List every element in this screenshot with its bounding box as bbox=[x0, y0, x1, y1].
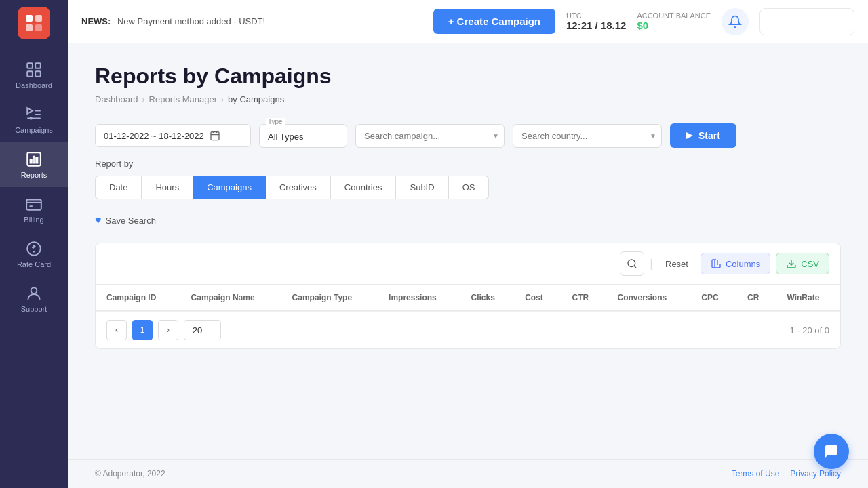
page-title: Reports by Campaigns bbox=[95, 64, 841, 89]
page-content: Reports by Campaigns Dashboard › Reports… bbox=[68, 43, 868, 459]
utc-label: UTC bbox=[566, 12, 582, 20]
tab-date[interactable]: Date bbox=[95, 176, 142, 199]
tab-hours[interactable]: Hours bbox=[142, 176, 193, 199]
col-conversions: Conversions bbox=[607, 285, 691, 311]
svg-rect-1 bbox=[35, 15, 42, 22]
page-next-button[interactable]: › bbox=[158, 320, 178, 340]
svg-point-14 bbox=[628, 260, 635, 267]
report-by-tabs: Date Hours Campaigns Creatives Countries… bbox=[95, 176, 841, 199]
breadcrumb-current: by Campaigns bbox=[228, 94, 284, 104]
col-winrate: WinRate bbox=[776, 285, 840, 311]
save-search-label: Save Search bbox=[106, 216, 156, 226]
tab-countries[interactable]: Countries bbox=[331, 176, 397, 199]
create-campaign-button[interactable]: + Create Campaign bbox=[433, 9, 555, 34]
news-text: New Payment method added - USDT! bbox=[117, 16, 265, 26]
download-icon bbox=[786, 258, 797, 269]
reports-table: Campaign ID Campaign Name Campaign Type … bbox=[96, 285, 840, 311]
svg-rect-2 bbox=[26, 24, 33, 31]
col-campaign-name: Campaign Name bbox=[180, 285, 281, 311]
svg-rect-4 bbox=[27, 63, 33, 68]
country-dropdown-icon: ▼ bbox=[650, 132, 656, 140]
type-select[interactable]: All Types Push Pop Banner bbox=[259, 124, 347, 148]
create-campaign-label: + Create Campaign bbox=[448, 16, 540, 27]
start-label: Start bbox=[698, 130, 720, 141]
sidebar-item-reports[interactable]: Reports bbox=[0, 142, 68, 187]
footer: © Adoperator, 2022 Terms of Use Privacy … bbox=[68, 459, 868, 488]
breadcrumb-home[interactable]: Dashboard bbox=[95, 94, 138, 104]
search-country-input[interactable] bbox=[513, 124, 662, 148]
svg-point-8 bbox=[30, 117, 33, 119]
tab-os[interactable]: OS bbox=[449, 176, 490, 199]
type-label: Type bbox=[266, 118, 285, 125]
app-logo[interactable] bbox=[18, 7, 50, 39]
footer-copyright: © Adoperator, 2022 bbox=[95, 469, 165, 479]
play-icon bbox=[686, 132, 693, 139]
pagination-info: 1 - 20 of 0 bbox=[789, 325, 829, 336]
reports-table-container: | Reset Columns CSV bbox=[95, 243, 841, 349]
search-country-wrap: ▼ bbox=[513, 124, 662, 148]
sidebar-item-billing[interactable]: Billing bbox=[0, 187, 68, 232]
calendar-icon bbox=[210, 130, 220, 141]
svg-rect-5 bbox=[35, 63, 41, 68]
reset-button[interactable]: Reset bbox=[658, 255, 695, 273]
header-time: UTC 12:21 / 18.12 bbox=[566, 12, 626, 31]
page-1-button[interactable]: 1 bbox=[132, 320, 153, 340]
page-prev-button[interactable]: ‹ bbox=[106, 320, 127, 340]
balance-value: $0 bbox=[637, 20, 648, 31]
tab-campaigns[interactable]: Campaigns bbox=[193, 176, 266, 199]
date-range-input[interactable]: 01-12-2022 ~ 18-12-2022 bbox=[95, 124, 251, 147]
sidebar-item-support[interactable]: Support bbox=[0, 277, 68, 321]
date-range-value: 01-12-2022 ~ 18-12-2022 bbox=[104, 131, 204, 141]
col-cr: CR bbox=[736, 285, 776, 311]
col-ctr: CTR bbox=[561, 285, 607, 311]
user-avatar[interactable] bbox=[760, 8, 854, 35]
sidebar-item-dashboard[interactable]: Dashboard bbox=[0, 53, 68, 98]
svg-point-11 bbox=[27, 242, 41, 256]
report-by-label: Report by bbox=[95, 159, 841, 169]
svg-rect-0 bbox=[26, 15, 33, 22]
sidebar: Dashboard Campaigns Reports Billing bbox=[0, 0, 68, 488]
filters-row: 01-12-2022 ~ 18-12-2022 Type All Types P… bbox=[95, 123, 841, 148]
header: NEWS: New Payment method added - USDT! +… bbox=[68, 0, 868, 43]
svg-rect-3 bbox=[35, 24, 42, 31]
tab-creatives[interactable]: Creatives bbox=[266, 176, 331, 199]
save-search-button[interactable]: ♥ Save Search bbox=[95, 211, 156, 229]
svg-rect-6 bbox=[27, 71, 33, 77]
table-toolbar: | Reset Columns CSV bbox=[96, 243, 840, 285]
header-balance: ACCOUNT BALANCE $0 bbox=[637, 12, 711, 31]
time-value: 12:21 / 18.12 bbox=[566, 20, 626, 31]
search-campaign-wrap: ▼ bbox=[355, 124, 505, 148]
type-select-wrap: Type All Types Push Pop Banner bbox=[259, 124, 347, 148]
svg-point-12 bbox=[31, 287, 37, 293]
col-campaign-type: Campaign Type bbox=[281, 285, 378, 311]
search-campaign-input[interactable] bbox=[355, 124, 505, 148]
breadcrumb-sep-2: › bbox=[221, 95, 224, 104]
breadcrumb: Dashboard › Reports Manager › by Campaig… bbox=[95, 94, 841, 104]
chat-icon bbox=[823, 443, 840, 460]
terms-link[interactable]: Terms of Use bbox=[732, 469, 780, 479]
campaign-dropdown-icon: ▼ bbox=[492, 132, 499, 140]
sidebar-item-rate-card[interactable]: Rate Card bbox=[0, 232, 68, 277]
toolbar-search-button[interactable] bbox=[620, 251, 644, 276]
svg-rect-7 bbox=[35, 71, 41, 77]
notification-bell[interactable] bbox=[722, 8, 749, 35]
search-icon bbox=[627, 258, 637, 269]
columns-icon bbox=[711, 258, 722, 269]
sidebar-item-campaigns[interactable]: Campaigns bbox=[0, 98, 68, 142]
header-news: NEWS: New Payment method added - USDT! bbox=[81, 16, 422, 26]
start-button[interactable]: Start bbox=[670, 123, 736, 148]
breadcrumb-parent[interactable]: Reports Manager bbox=[149, 94, 217, 104]
csv-button[interactable]: CSV bbox=[776, 253, 829, 274]
footer-links: Terms of Use Privacy Policy bbox=[732, 469, 841, 479]
main-wrapper: NEWS: New Payment method added - USDT! +… bbox=[68, 0, 868, 488]
col-campaign-id: Campaign ID bbox=[96, 285, 180, 311]
col-cpc: CPC bbox=[690, 285, 736, 311]
toolbar-separator: | bbox=[650, 257, 653, 271]
page-size-input[interactable] bbox=[184, 320, 221, 340]
tab-subid[interactable]: SubID bbox=[396, 176, 448, 199]
chat-button[interactable] bbox=[814, 434, 849, 469]
privacy-link[interactable]: Privacy Policy bbox=[790, 469, 841, 479]
col-cost: Cost bbox=[514, 285, 561, 311]
breadcrumb-sep-1: › bbox=[142, 95, 145, 104]
columns-button[interactable]: Columns bbox=[701, 253, 770, 274]
